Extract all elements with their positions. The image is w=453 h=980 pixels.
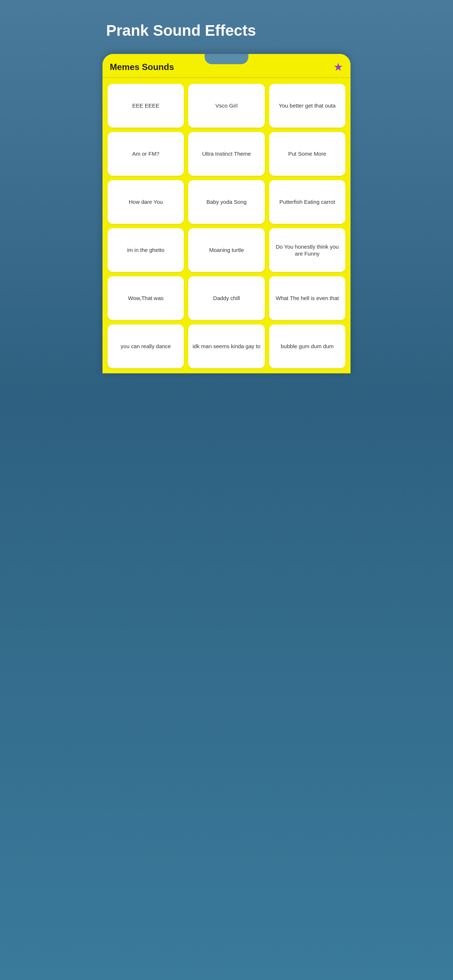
sound-card-10[interactable]: im in the ghetto <box>108 228 184 272</box>
sound-card-label-7: How dare You <box>129 198 163 205</box>
sound-card-5[interactable]: Ultra Instinct Theme <box>188 132 265 176</box>
sound-card-6[interactable]: Put Some More <box>269 132 345 176</box>
sound-card-label-3: You better get that outa <box>279 102 335 110</box>
sound-card-13[interactable]: Wow,That was <box>108 276 184 320</box>
sound-card-1[interactable]: EEE EEEE <box>108 84 184 127</box>
sound-card-label-5: Ultra Instinct Theme <box>202 150 251 158</box>
sound-card-label-18: bubble gum dum dum <box>281 343 334 350</box>
sound-card-label-2: Vsco Girl <box>215 102 238 110</box>
sound-card-label-9: Putterfish Eating carrot <box>279 198 335 205</box>
sound-grid: EEE EEEEVsco GirlYou better get that out… <box>102 81 351 373</box>
sound-card-14[interactable]: Daddy chill <box>188 276 265 320</box>
sound-card-label-10: im in the ghetto <box>127 247 164 254</box>
sound-card-label-12: Do You honestly think you are Funny <box>273 243 342 258</box>
page-title: Prank Sound Effects <box>102 22 351 40</box>
header-divider <box>102 77 351 78</box>
sound-card-label-16: you can really dance <box>121 343 171 350</box>
sound-card-label-15: What The hell is even that <box>276 294 339 302</box>
sound-card-9[interactable]: Putterfish Eating carrot <box>269 180 345 224</box>
sound-card-17[interactable]: idk man seems kinda gay to <box>188 325 265 368</box>
app-header-title: Memes Sounds <box>110 62 174 72</box>
sound-card-15[interactable]: What The hell is even that <box>269 276 345 320</box>
sound-card-label-6: Put Some More <box>288 150 326 158</box>
phone-container: Memes Sounds ★ EEE EEEEVsco GirlYou bett… <box>102 54 351 373</box>
sound-card-11[interactable]: Moaning turtle <box>188 228 265 272</box>
star-icon[interactable]: ★ <box>333 60 343 73</box>
sound-card-label-14: Daddy chill <box>213 294 239 302</box>
sound-card-7[interactable]: How dare You <box>108 180 184 224</box>
sound-card-12[interactable]: Do You honestly think you are Funny <box>269 228 345 272</box>
sound-card-label-1: EEE EEEE <box>132 102 160 110</box>
sound-card-label-17: idk man seems kinda gay to <box>193 343 260 350</box>
sound-card-label-11: Moaning turtle <box>209 247 244 254</box>
phone-top-bar: Memes Sounds ★ <box>102 54 351 77</box>
sound-card-label-4: Am or FM? <box>132 150 160 158</box>
sound-card-8[interactable]: Baby yoda Song <box>188 180 265 224</box>
sound-card-16[interactable]: you can really dance <box>108 325 184 368</box>
sound-card-label-13: Wow,That was <box>128 294 163 302</box>
sound-card-4[interactable]: Am or FM? <box>108 132 184 176</box>
sound-card-18[interactable]: bubble gum dum dum <box>269 325 345 368</box>
sound-card-2[interactable]: Vsco Girl <box>188 84 265 127</box>
sound-card-3[interactable]: You better get that outa <box>269 84 345 127</box>
sound-card-label-8: Baby yoda Song <box>206 198 247 205</box>
